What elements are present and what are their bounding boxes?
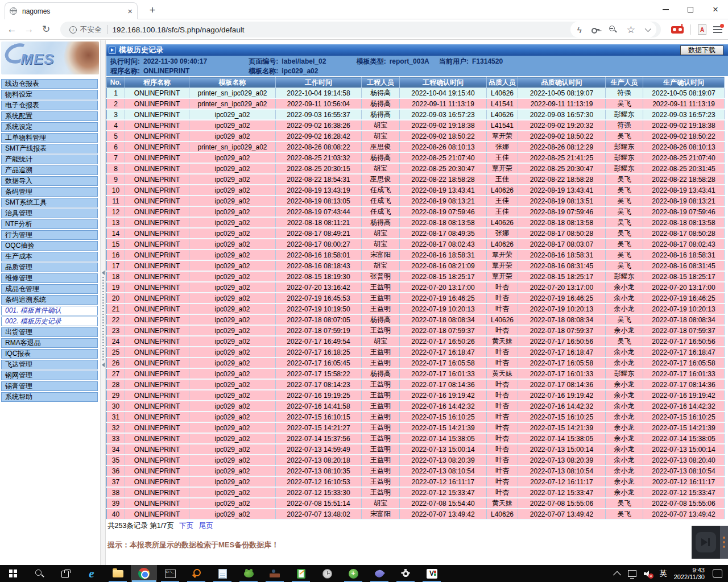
close-button[interactable]: × — [703, 0, 728, 19]
cell-template[interactable]: ipc029_a02 — [189, 368, 276, 379]
cell-template[interactable]: ipc029_a02 — [189, 109, 276, 120]
refresh-icon[interactable]: ↻ — [38, 23, 55, 35]
sidebar-item[interactable]: RMA客退品 — [1, 338, 98, 348]
cell-template[interactable]: ipc029_a02 — [189, 401, 276, 411]
splitter-handle[interactable] — [101, 271, 105, 367]
cell-template[interactable]: ipc029_a02 — [189, 487, 276, 498]
info-icon[interactable]: i — [69, 26, 77, 34]
cell-template[interactable]: ipc029_a02 — [189, 239, 276, 250]
minimize-button[interactable] — [653, 0, 678, 19]
sidebar-item[interactable]: 行为管理 — [1, 230, 98, 240]
sidebar-item[interactable]: 工单物料管理 — [1, 133, 98, 143]
next-page-link[interactable]: 下页 — [179, 522, 193, 530]
video-popup-menu[interactable] — [720, 526, 728, 559]
cell-template[interactable]: ipc029_a02 — [189, 390, 276, 401]
sidebar-item[interactable]: 维修管理 — [1, 273, 98, 283]
cell-template[interactable]: ipc029_a02 — [189, 465, 276, 476]
cell-template[interactable]: ipc029_a02 — [189, 152, 276, 163]
star-icon[interactable]: ☆ — [627, 25, 635, 35]
url-text[interactable]: 192.168.100.18/sfc/S.php/nago/default — [113, 26, 570, 34]
sidebar-item[interactable]: SMT系统工具 — [1, 198, 98, 207]
cell-template[interactable]: ipc029_a02 — [189, 174, 276, 185]
taskbar-internet-explorer-icon[interactable]: e — [78, 565, 105, 582]
cell-template[interactable]: ipc029_a02 — [189, 196, 276, 206]
last-page-link[interactable]: 尾页 — [199, 522, 213, 530]
cell-template[interactable]: ipc029_a02 — [189, 433, 276, 444]
cell-template[interactable]: ipc029_a02 — [189, 131, 276, 142]
chevron-down-icon[interactable] — [645, 26, 651, 32]
sidebar-subitem[interactable]: 001. 模板首件确认 — [1, 306, 98, 315]
sidebar-item[interactable]: 电子仓报表 — [1, 101, 98, 110]
browser-tab[interactable]: nagomes × — [5, 2, 138, 19]
taskbar-taskbar-search-icon[interactable] — [26, 565, 52, 582]
ime-indicator[interactable]: 英 — [660, 568, 667, 579]
cell-template[interactable]: ipc029_a02 — [189, 336, 276, 347]
cell-template[interactable]: ipc029_a02 — [189, 250, 276, 260]
cell-template[interactable]: ipc029_a02 — [189, 293, 276, 304]
cell-template[interactable]: ipc029_a02 — [189, 206, 276, 217]
sidebar-item[interactable]: 治具管理 — [1, 209, 98, 218]
cell-template[interactable]: ipc029_a02 — [189, 379, 276, 390]
cell-template[interactable]: ipc029_a02 — [189, 347, 276, 357]
sidebar-item[interactable]: 系统帮助 — [1, 392, 98, 402]
recorder-extension-icon[interactable] — [671, 26, 684, 34]
taskbar-settings-gear-icon[interactable] — [392, 565, 419, 582]
sidebar-item[interactable]: 飞达管理 — [1, 360, 98, 369]
taskbar-dolphin-app-icon[interactable] — [366, 565, 392, 582]
taskbar-notebook-app-icon[interactable] — [288, 565, 314, 582]
taskbar-workstation-app-icon[interactable] — [262, 565, 288, 582]
taskbar-command-prompt-icon[interactable]: C:\_ — [157, 565, 183, 582]
sidebar-item[interactable]: 产品追溯 — [1, 165, 98, 175]
cell-template[interactable]: ipc029_a02 — [189, 357, 276, 368]
sidebar-item[interactable]: 系统设定 — [1, 122, 98, 132]
sidebar-item[interactable]: 条码追溯系统 — [1, 295, 98, 305]
cell-template[interactable]: ipc029_a02 — [189, 185, 276, 196]
maximize-button[interactable] — [678, 0, 703, 19]
taskbar-vnc-viewer-icon[interactable]: V — [419, 565, 445, 582]
new-tab-button[interactable]: + — [146, 4, 159, 18]
cell-template[interactable]: ipc029_a02 — [189, 282, 276, 293]
taskbar-task-view-icon[interactable] — [52, 565, 78, 582]
tab-close-icon[interactable]: × — [127, 7, 133, 15]
taskbar-toad-icon[interactable] — [235, 565, 262, 582]
cell-template[interactable]: ipc029_a02 — [189, 163, 276, 174]
cell-template[interactable]: ipc029_a02 — [189, 476, 276, 487]
cell-template[interactable]: ipc029_a02 — [189, 120, 276, 131]
taskbar-file-explorer-icon[interactable] — [105, 565, 131, 582]
cell-template[interactable]: ipc029_a02 — [189, 455, 276, 465]
sidebar-item[interactable]: 品质管理 — [1, 263, 98, 272]
cell-template[interactable]: ipc029_a02 — [189, 217, 276, 228]
play-next-icon[interactable] — [696, 532, 716, 552]
taskbar-magnifier-tool-icon[interactable] — [183, 565, 209, 582]
cell-template[interactable]: printer_sn_ipc029_a02 — [189, 88, 276, 99]
cell-template[interactable]: ipc029_a02 — [189, 260, 276, 271]
lightning-icon[interactable]: ϟ — [577, 26, 582, 34]
pdf-extension-icon[interactable] — [698, 24, 706, 35]
taskbar-antivirus-360-icon[interactable] — [340, 565, 366, 582]
sidebar-item[interactable]: 系统配置 — [1, 111, 98, 121]
sidebar-item[interactable]: 线边仓报表 — [1, 79, 98, 89]
sidebar-item[interactable]: OQC抽验 — [1, 241, 98, 251]
sidebar-subitem[interactable]: 002. 模板历史记录 — [1, 317, 98, 326]
sidebar-item[interactable]: 锡膏管理 — [1, 381, 98, 391]
forward-icon[interactable]: → — [20, 24, 38, 35]
cell-template[interactable]: printer_sn_ipc029_a02 — [189, 142, 276, 152]
cell-template[interactable]: ipc029_a02 — [189, 271, 276, 282]
sidebar-item[interactable]: 出货管理 — [1, 327, 98, 337]
sidebar-item[interactable]: 数据导入 — [1, 176, 98, 186]
taskbar-clock-app-icon[interactable] — [314, 565, 340, 582]
sidebar-item[interactable]: NTF分析 — [1, 219, 98, 229]
notification-center-icon[interactable] — [713, 569, 722, 578]
sidebar-item[interactable]: 物料设定 — [1, 90, 98, 99]
taskbar-clock[interactable]: 9:43 2022/11/30 — [674, 567, 705, 581]
data-download-button[interactable]: 数据下载 — [680, 45, 723, 55]
key-icon[interactable] — [592, 28, 599, 31]
zoom-out-icon[interactable] — [609, 26, 617, 34]
video-popup[interactable] — [692, 526, 728, 559]
network-icon[interactable] — [628, 570, 636, 577]
cell-template[interactable]: ipc029_a02 — [189, 228, 276, 239]
taskbar-chrome-icon[interactable] — [131, 565, 157, 582]
menu-icon[interactable] — [713, 26, 722, 33]
cell-template[interactable]: ipc029_a02 — [189, 325, 276, 336]
sidebar-item[interactable]: 成品仓管理 — [1, 284, 98, 294]
